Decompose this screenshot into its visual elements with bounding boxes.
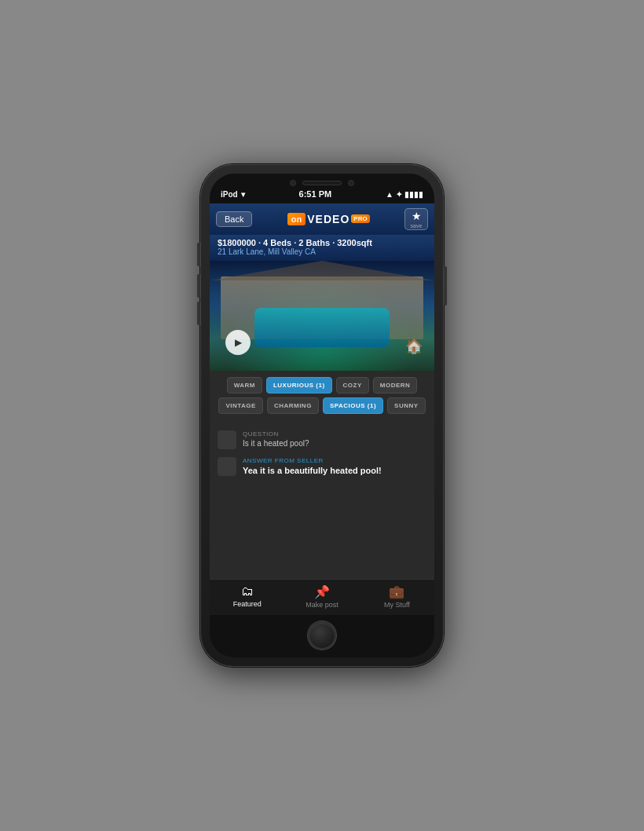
save-label: save xyxy=(411,223,423,229)
status-right: ▲ ✦ ▮▮▮▮ xyxy=(386,190,423,199)
qa-section: QUESTION Is it a heated pool? ANSWER FRO… xyxy=(210,424,434,579)
tag-sunny[interactable]: SUNNY xyxy=(387,397,426,414)
tab-bar: 🗂 Featured 📌 Make post 💼 My Stuff xyxy=(210,579,434,615)
tab-makepost[interactable]: 📌 Make post xyxy=(284,583,359,610)
star-icon: ★ xyxy=(412,210,422,222)
logo-vedeo: VEDEO xyxy=(307,213,349,225)
logo-on: on xyxy=(287,213,306,225)
pool-area xyxy=(254,308,390,347)
property-price: $1800000 · 4 Beds · 2 Baths · 3200sqft xyxy=(218,238,426,247)
tag-cozy[interactable]: COZY xyxy=(336,377,369,394)
home-button[interactable] xyxy=(308,621,336,650)
tags-section: WARM LUXURIOUS (1) COZY MODERN VINTAGE C… xyxy=(210,371,434,424)
tag-luxurious[interactable]: LUXURIOUS (1) xyxy=(266,377,332,394)
tab-featured-label: Featured xyxy=(233,600,262,608)
status-bar: iPod ▾ 6:51 PM ▲ ✦ ▮▮▮▮ xyxy=(210,188,434,200)
featured-icon: 🗂 xyxy=(241,584,254,599)
back-button[interactable]: Back xyxy=(216,211,252,227)
logo-pro: PRO xyxy=(351,214,369,223)
top-bezel: iPod ▾ 6:51 PM ▲ ✦ ▮▮▮▮ xyxy=(210,174,434,203)
sensor xyxy=(348,180,354,186)
tag-modern[interactable]: MODERN xyxy=(373,377,418,394)
tag-warm[interactable]: WARM xyxy=(227,377,262,394)
answer-content: ANSWER FROM SELLER Yea it is a beautiful… xyxy=(243,457,426,475)
home-button-area xyxy=(210,615,434,657)
tab-featured[interactable]: 🗂 Featured xyxy=(210,583,284,610)
camera-row xyxy=(210,180,434,186)
app-content: Back on VEDEO PRO ★ save $1800000 · 4 Be… xyxy=(210,203,434,615)
property-image: ▶ 🏠 xyxy=(210,261,434,371)
seller-avatar xyxy=(218,457,236,476)
question-text: Is it a heated pool? xyxy=(243,439,426,448)
tag-vintage[interactable]: VINTAGE xyxy=(218,397,262,414)
tag-spacious[interactable]: SPACIOUS (1) xyxy=(323,397,383,414)
phone-screen: iPod ▾ 6:51 PM ▲ ✦ ▮▮▮▮ Back xyxy=(210,174,434,657)
questioner-avatar xyxy=(218,430,236,449)
phone-device: iPod ▾ 6:51 PM ▲ ✦ ▮▮▮▮ Back xyxy=(200,164,444,667)
tab-makepost-label: Make post xyxy=(306,601,338,609)
garage-icon: 🏠 xyxy=(405,338,423,355)
question-item: QUESTION Is it a heated pool? xyxy=(218,430,426,449)
earpiece-speaker xyxy=(302,181,342,185)
gps-icon: ▲ xyxy=(386,190,393,199)
navigation-bar: Back on VEDEO PRO ★ save xyxy=(210,203,434,235)
property-header: $1800000 · 4 Beds · 2 Baths · 3200sqft 2… xyxy=(210,235,434,261)
tags-row-2: VINTAGE CHARMING SPACIOUS (1) SUNNY xyxy=(216,397,428,414)
mystuff-icon: 💼 xyxy=(389,584,404,599)
wifi-icon: ▾ xyxy=(241,190,245,199)
answer-text: Yea it is a beautifully heated pool! xyxy=(243,466,426,475)
logo-area: on VEDEO PRO xyxy=(257,213,400,225)
front-camera xyxy=(290,180,296,186)
property-address: 21 Lark Lane, Mill Valley CA xyxy=(218,247,426,256)
tab-mystuff-label: My Stuff xyxy=(384,601,410,609)
question-label: QUESTION xyxy=(243,430,426,437)
answer-label: ANSWER FROM SELLER xyxy=(243,457,426,464)
app-screen: iPod ▾ 6:51 PM ▲ ✦ ▮▮▮▮ Back xyxy=(210,174,434,657)
makepost-icon: 📌 xyxy=(314,584,330,599)
tag-charming[interactable]: CHARMING xyxy=(267,397,319,414)
play-button[interactable]: ▶ xyxy=(225,330,251,355)
answer-item: ANSWER FROM SELLER Yea it is a beautiful… xyxy=(218,457,426,476)
save-button[interactable]: ★ save xyxy=(404,208,428,230)
status-time: 6:51 PM xyxy=(299,189,332,199)
carrier-label: iPod xyxy=(221,190,238,199)
tab-mystuff[interactable]: 💼 My Stuff xyxy=(360,583,434,610)
tags-row-1: WARM LUXURIOUS (1) COZY MODERN xyxy=(216,377,428,394)
bluetooth-icon: ✦ xyxy=(396,190,402,199)
battery-icon: ▮▮▮▮ xyxy=(404,190,423,199)
question-content: QUESTION Is it a heated pool? xyxy=(243,430,426,448)
status-left: iPod ▾ xyxy=(221,190,245,199)
